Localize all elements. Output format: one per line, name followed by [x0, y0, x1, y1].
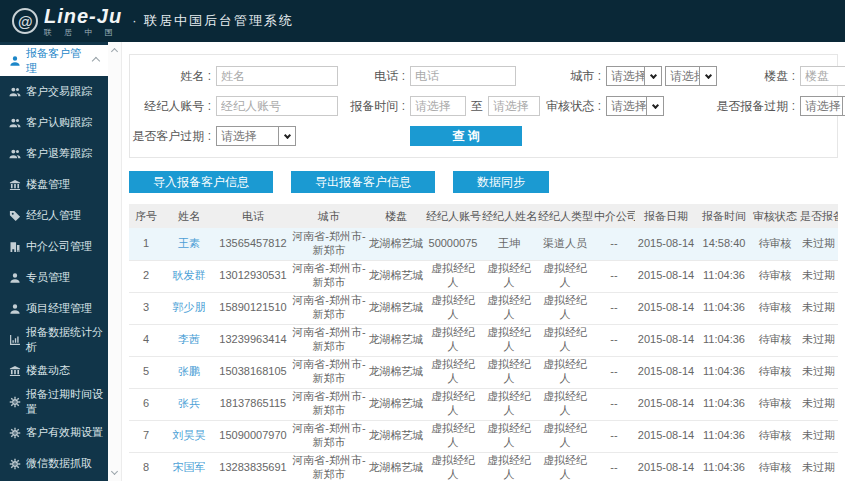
table-row: 2耿发群13012930531河南省-郑州市-新郑市龙湖棉艺城虚拟经纪人虚拟经纪… [129, 260, 838, 292]
main-content: 姓名 : 电话 : 城市 : 请选择 请选择 楼盘 : [122, 42, 845, 481]
audit-status-select[interactable]: 请选择 [606, 96, 664, 116]
gear-icon [9, 427, 21, 439]
sidebar-item-agent-mgmt[interactable]: 经纪人管理 [0, 200, 108, 231]
sidebar-item-project-manager-mgmt[interactable]: 项目经理管理 [0, 293, 108, 324]
sidebar-item-report-customer-mgmt[interactable]: 报备客户管理 [0, 45, 108, 76]
cell-phone: 13012930531 [215, 260, 291, 292]
customer-name-link[interactable]: 张鹏 [178, 365, 200, 377]
sidebar-scrollbar[interactable] [108, 42, 122, 481]
sidebar-item-customer-refund-track[interactable]: 客户退筹跟踪 [0, 138, 108, 169]
cell-phone: 13565457812 [215, 228, 291, 260]
phone-input[interactable] [410, 66, 516, 86]
users-icon [9, 86, 21, 98]
cell-estate: 龙湖棉艺城 [367, 292, 425, 324]
office-icon [9, 241, 21, 253]
city-province-select[interactable]: 请选择 [606, 66, 662, 86]
sidebar-item-label: 客户交易跟踪 [26, 84, 92, 99]
scroll-up-icon[interactable] [111, 48, 118, 55]
cell-agent_type: 虚拟经纪人 [537, 260, 593, 292]
data-sync-button[interactable]: 数据同步 [453, 171, 549, 193]
cell-name: 郭少朋 [163, 292, 215, 324]
scroll-down-icon[interactable] [111, 468, 118, 475]
name-input[interactable] [216, 66, 338, 86]
customer-name-link[interactable]: 宋国军 [173, 461, 206, 473]
cell-agent_type: 虚拟经纪人 [537, 388, 593, 420]
column-header-city: 城市 [291, 204, 367, 228]
customer-expired-select[interactable]: 请选择 [216, 126, 296, 146]
sidebar-item-customer-subscribe-track[interactable]: 客户认购跟踪 [0, 107, 108, 138]
table-row: 4李茜13239963414河南省-郑州市-新郑市龙湖棉艺城虚拟经纪人虚拟经纪人… [129, 324, 838, 356]
column-header-name: 姓名 [163, 204, 215, 228]
sidebar-item-label: 项目经理管理 [26, 301, 92, 316]
estate-label: 楼盘 : [714, 68, 800, 85]
cell-status: 待审核 [751, 356, 799, 388]
report-expired-select[interactable]: 请选择 [800, 96, 845, 116]
sidebar-item-label: 客户认购跟踪 [26, 115, 92, 130]
tag-icon [9, 210, 21, 222]
cell-company: -- [593, 452, 635, 481]
customer-name-link[interactable]: 王素 [178, 237, 200, 249]
cell-account: 50000075 [425, 228, 481, 260]
cell-agent_name: 王坤 [481, 228, 537, 260]
sidebar-item-label: 客户有效期设置 [26, 425, 103, 440]
sidebar-item-customer-validity-setting[interactable]: 客户有效期设置 [0, 417, 108, 448]
cell-agent_name: 虚拟经纪人 [481, 452, 537, 481]
agent-account-input[interactable] [216, 96, 338, 116]
search-button[interactable]: 查 询 [410, 126, 522, 146]
export-report-customers-button[interactable]: 导出报备客户信息 [291, 171, 435, 193]
sidebar-item-agency-mgmt[interactable]: 中介公司管理 [0, 231, 108, 262]
cell-name: 王素 [163, 228, 215, 260]
sidebar-item-estate-mgmt[interactable]: 楼盘管理 [0, 169, 108, 200]
sidebar-item-specialist-mgmt[interactable]: 专员管理 [0, 262, 108, 293]
sidebar: 报备客户管理 客户交易跟踪 客户认购跟踪 客户退筹跟踪 楼盘管理 经纪人管理 中… [0, 42, 108, 481]
column-header-expired: 是否报备过期 [799, 204, 838, 228]
select-value: 请选择 [607, 97, 646, 115]
column-header-agent_name: 经纪人姓名 [481, 204, 537, 228]
audit-status-label: 审核状态 : [546, 98, 606, 115]
sidebar-item-customer-trade-track[interactable]: 客户交易跟踪 [0, 76, 108, 107]
cell-agent_name: 虚拟经纪人 [481, 292, 537, 324]
sidebar-item-report-expire-time-setting[interactable]: 报备过期时间设置 [0, 386, 108, 417]
report-time-to-input[interactable] [488, 96, 540, 116]
cell-time: 11:04:36 [697, 324, 751, 356]
cell-city: 河南省-郑州市-新郑市 [291, 324, 367, 356]
cell-account: 虚拟经纪人 [425, 292, 481, 324]
users-icon [9, 148, 21, 160]
cell-time: 14:58:40 [697, 228, 751, 260]
table-row: 1王素13565457812河南省-郑州市-新郑市龙湖棉艺城50000075王坤… [129, 228, 838, 260]
cell-time: 11:04:36 [697, 452, 751, 481]
customer-name-link[interactable]: 耿发群 [173, 269, 206, 281]
customer-name-link[interactable]: 郭少朋 [173, 301, 206, 313]
sidebar-item-label: 楼盘管理 [26, 177, 70, 192]
cell-agent_type: 虚拟经纪人 [537, 324, 593, 356]
cell-city: 河南省-郑州市-新郑市 [291, 228, 367, 260]
sidebar-item-report-stats-analysis[interactable]: 报备数据统计分析 [0, 324, 108, 355]
cell-estate: 龙湖棉艺城 [367, 420, 425, 452]
action-bar: 导入报备客户信息 导出报备客户信息 数据同步 [129, 171, 838, 193]
cell-phone: 13283835691 [215, 452, 291, 481]
cell-city: 河南省-郑州市-新郑市 [291, 292, 367, 324]
name-label: 姓名 : [132, 68, 216, 85]
sidebar-item-wechat-data-capture[interactable]: 微信数据抓取 [0, 448, 108, 479]
cell-status: 待审核 [751, 452, 799, 481]
cell-expired: 未过期 [799, 292, 838, 324]
column-header-company: 中介公司 [593, 204, 635, 228]
cell-date: 2015-08-14 [635, 260, 697, 292]
cell-agent_type: 虚拟经纪人 [537, 452, 593, 481]
user-icon [9, 55, 21, 67]
city-city-select[interactable]: 请选择 [665, 66, 717, 86]
estate-input[interactable] [800, 66, 845, 86]
report-time-from-input[interactable] [410, 96, 466, 116]
customer-name-link[interactable]: 李茜 [178, 333, 200, 345]
cell-company: -- [593, 228, 635, 260]
sidebar-item-estate-news[interactable]: 楼盘动态 [0, 355, 108, 386]
cell-expired: 未过期 [799, 260, 838, 292]
cell-company: -- [593, 420, 635, 452]
customer-name-link[interactable]: 张兵 [178, 397, 200, 409]
cell-estate: 龙湖棉艺城 [367, 260, 425, 292]
brand-title: Line-Ju [44, 6, 122, 26]
cell-agent_type: 渠道人员 [537, 228, 593, 260]
customer-name-link[interactable]: 刘昊昊 [173, 429, 206, 441]
cell-estate: 龙湖棉艺城 [367, 228, 425, 260]
import-report-customers-button[interactable]: 导入报备客户信息 [129, 171, 273, 193]
